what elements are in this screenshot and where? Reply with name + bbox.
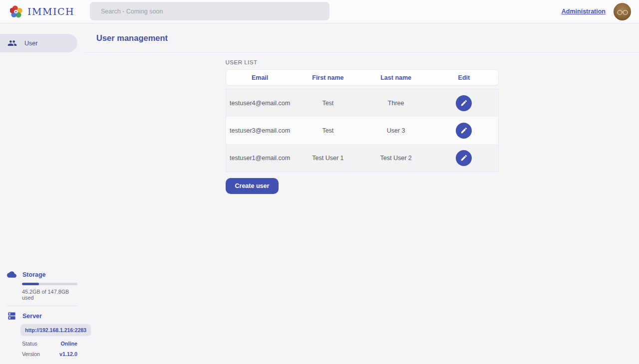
storage-progress-fill: [22, 283, 39, 285]
server-version-row: Version v1.12.0: [22, 351, 77, 357]
immich-logo-text: IMMICH: [27, 6, 74, 17]
edit-user-button[interactable]: [456, 95, 472, 111]
server-title: Server: [22, 313, 42, 320]
page-title: User management: [96, 33, 168, 43]
column-header-first-name: First name: [294, 74, 362, 81]
column-header-last-name: Last name: [362, 74, 430, 81]
column-header-edit: Edit: [430, 74, 498, 81]
table-row: testuser3@email.com Test User 3: [226, 117, 498, 144]
administration-link[interactable]: Administration: [562, 8, 606, 15]
server-icon: [7, 311, 16, 321]
storage-title: Storage: [22, 271, 46, 278]
sidebar-item-label: User: [24, 40, 37, 47]
user-table-header: Email First name Last name Edit: [226, 69, 499, 86]
sidebar-footer: Storage 45.2GB of 147.8GB used Server ht…: [0, 270, 85, 364]
user-last-name: User 3: [362, 127, 430, 134]
users-icon: [7, 38, 17, 48]
user-first-name: Test User 1: [294, 155, 362, 162]
server-url-badge: http://192.168.1.216:2283: [20, 324, 91, 336]
immich-flower-icon: [10, 5, 23, 18]
table-row: testuser4@email.com Test Three: [226, 89, 498, 117]
pencil-icon: [460, 99, 468, 107]
search-input[interactable]: [90, 2, 329, 20]
sidebar-divider: [7, 306, 77, 306]
user-last-name: Three: [362, 100, 430, 107]
user-email: testuser3@email.com: [226, 127, 294, 134]
user-list-label: USER LIST: [226, 59, 499, 65]
edit-user-button[interactable]: [456, 123, 472, 139]
title-bar: User management: [85, 23, 639, 53]
storage-progress-bar: [22, 283, 77, 285]
pencil-icon: [460, 127, 468, 134]
version-value: v1.12.0: [59, 351, 77, 357]
cloud-icon: [7, 270, 16, 279]
sidebar-item-user[interactable]: User: [0, 34, 77, 52]
user-avatar[interactable]: [614, 3, 631, 20]
user-table-body: testuser4@email.com Test Three testuser3…: [226, 89, 499, 172]
storage-section-header: Storage: [7, 270, 77, 279]
user-last-name: Test User 2: [362, 155, 430, 162]
user-email: testuser4@email.com: [226, 100, 294, 107]
user-email: testuser1@email.com: [226, 155, 294, 162]
server-status-row: Status Online: [22, 341, 77, 347]
sidebar: User Storage 45.2GB of 147.8GB used: [0, 23, 85, 364]
user-first-name: Test: [294, 100, 362, 107]
server-section-header: Server: [7, 311, 77, 321]
top-navbar: IMMICH Administration: [0, 0, 639, 23]
status-value: Online: [60, 341, 77, 347]
main-content: User management USER LIST Email First na…: [85, 23, 639, 364]
edit-user-button[interactable]: [456, 150, 472, 166]
user-first-name: Test: [294, 127, 362, 134]
immich-logo[interactable]: IMMICH: [10, 5, 74, 18]
column-header-email: Email: [226, 74, 294, 81]
storage-usage-text: 45.2GB of 147.8GB used: [22, 289, 77, 301]
version-label: Version: [22, 351, 40, 357]
status-label: Status: [22, 341, 37, 347]
create-user-button[interactable]: Create user: [226, 178, 279, 194]
glasses-icon: [617, 9, 629, 15]
table-row: testuser1@email.com Test User 1 Test Use…: [226, 144, 498, 172]
pencil-icon: [460, 154, 468, 162]
